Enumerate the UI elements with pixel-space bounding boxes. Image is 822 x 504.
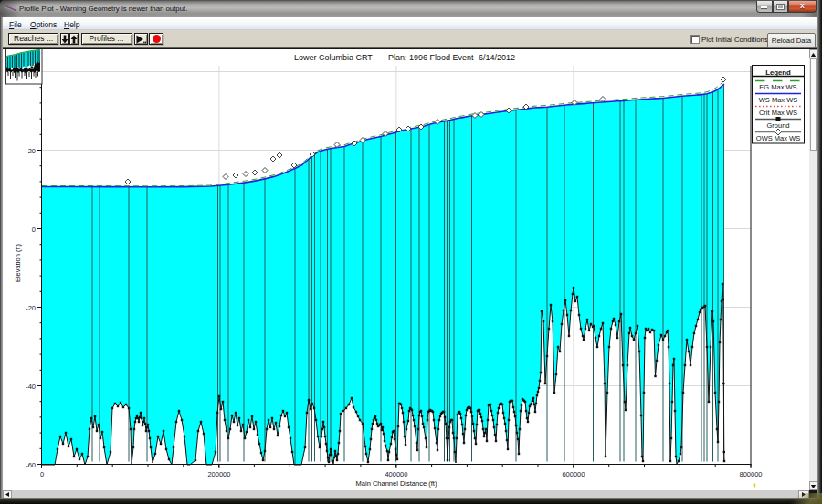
- svg-text:-60: -60: [26, 461, 36, 469]
- svg-text:800000: 800000: [739, 470, 762, 478]
- svg-text:600000: 600000: [562, 470, 585, 478]
- svg-text:Crit Max WS: Crit Max WS: [759, 109, 797, 117]
- svg-text:-20: -20: [26, 304, 36, 312]
- svg-text:400000: 400000: [385, 470, 407, 478]
- svg-text:WS Max WS: WS Max WS: [759, 96, 798, 104]
- svg-text:Ground: Ground: [766, 121, 789, 130]
- svg-text:EG Max WS: EG Max WS: [759, 83, 796, 91]
- svg-text:200000: 200000: [207, 470, 230, 478]
- svg-text:Lower Columbia CRT: Lower Columbia CRT: [294, 53, 373, 62]
- svg-text:Elevation (ft): Elevation (ft): [14, 243, 22, 282]
- svg-text:-40: -40: [26, 383, 36, 391]
- svg-text:OWS Max WS: OWS Max WS: [756, 134, 800, 142]
- svg-text:Legend: Legend: [765, 68, 791, 77]
- svg-text:20: 20: [28, 147, 36, 155]
- svg-text:0: 0: [40, 470, 44, 478]
- svg-text:0: 0: [32, 226, 36, 234]
- svg-text:Plan: 1996 Flood Event: Plan: 1996 Flood Event: [388, 53, 474, 62]
- svg-text:Main Channel Distance (ft): Main Channel Distance (ft): [356, 479, 437, 488]
- svg-text:6/14/2012: 6/14/2012: [479, 53, 515, 62]
